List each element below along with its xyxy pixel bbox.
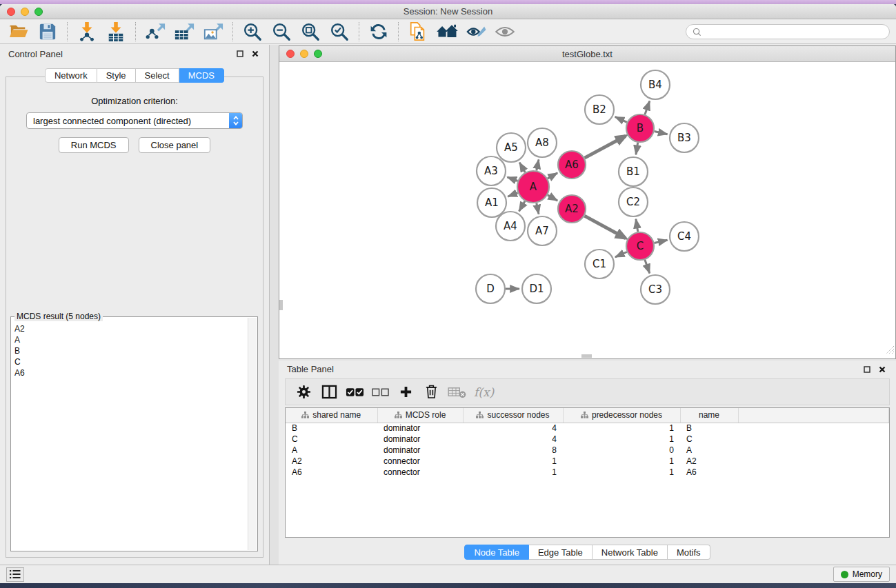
column-header-shared-name[interactable]: shared name bbox=[286, 408, 377, 423]
cell[interactable]: B bbox=[286, 423, 377, 434]
run-mcds-button[interactable]: Run MCDS bbox=[59, 137, 129, 153]
network-node-B4[interactable]: B4 bbox=[641, 70, 670, 99]
network-edge-B-B4[interactable] bbox=[645, 101, 650, 115]
cell[interactable]: 1 bbox=[463, 467, 563, 478]
network-node-A[interactable]: A bbox=[517, 171, 549, 203]
tab-network[interactable]: Network bbox=[45, 68, 97, 83]
network-edge-A-A5[interactable] bbox=[519, 163, 525, 172]
cell[interactable]: A bbox=[680, 445, 738, 456]
control-panel-float-button[interactable] bbox=[235, 48, 246, 59]
network-edge-B-B2[interactable] bbox=[615, 116, 627, 122]
network-edge-A-A6[interactable] bbox=[548, 173, 557, 179]
task-history-button[interactable] bbox=[6, 567, 24, 582]
network-edge-A-A4[interactable] bbox=[519, 201, 526, 212]
column-header-predecessor-nodes[interactable]: predecessor nodes bbox=[563, 408, 680, 423]
cell[interactable]: C bbox=[680, 434, 738, 445]
table-panel-float-button[interactable] bbox=[862, 364, 873, 375]
result-item[interactable]: A6 bbox=[12, 367, 247, 378]
network-node-A2[interactable]: A2 bbox=[558, 195, 586, 223]
table-row[interactable]: A6connector11A6 bbox=[286, 467, 889, 478]
tab-node-table[interactable]: Node Table bbox=[464, 545, 529, 560]
network-node-B3[interactable]: B3 bbox=[670, 123, 699, 152]
cell[interactable]: 1 bbox=[463, 456, 563, 467]
network-resize-grip[interactable] bbox=[886, 345, 895, 357]
control-panel-close-button[interactable] bbox=[250, 48, 261, 59]
cell[interactable]: A bbox=[286, 445, 377, 456]
network-node-B1[interactable]: B1 bbox=[619, 157, 648, 186]
cell[interactable]: A6 bbox=[680, 467, 738, 478]
zoom-window-button[interactable] bbox=[34, 8, 43, 16]
network-node-A8[interactable]: A8 bbox=[528, 128, 557, 157]
cell[interactable]: connector bbox=[377, 456, 463, 467]
gear-button[interactable] bbox=[291, 381, 317, 403]
columns-button[interactable] bbox=[317, 381, 342, 403]
search-input[interactable] bbox=[705, 27, 883, 37]
close-panel-button[interactable]: Close panel bbox=[139, 137, 211, 153]
network-edge-A-A7[interactable] bbox=[537, 203, 539, 214]
cell[interactable]: 1 bbox=[563, 434, 680, 445]
network-edge-C-C4[interactable] bbox=[655, 240, 668, 243]
table-row[interactable]: Adominator80A bbox=[286, 445, 889, 456]
tab-style[interactable]: Style bbox=[97, 68, 136, 83]
network-node-A4[interactable]: A4 bbox=[496, 212, 525, 241]
cell[interactable]: 4 bbox=[463, 423, 563, 434]
table-row[interactable]: Bdominator41B bbox=[286, 423, 889, 434]
memory-button[interactable]: Memory bbox=[833, 567, 890, 582]
result-item[interactable]: A2 bbox=[12, 323, 247, 334]
tab-select[interactable]: Select bbox=[136, 68, 179, 83]
save-button[interactable] bbox=[33, 21, 62, 43]
trash-button[interactable] bbox=[419, 381, 444, 403]
import-table-button[interactable] bbox=[101, 21, 130, 43]
table-row[interactable]: Cdominator41C bbox=[286, 434, 889, 445]
result-item[interactable]: C bbox=[12, 356, 247, 367]
table-row[interactable]: A2connector11A2 bbox=[286, 456, 889, 467]
zoom-out-button[interactable] bbox=[267, 21, 296, 43]
dropdown-stepper-icon[interactable] bbox=[229, 113, 242, 128]
cell[interactable]: dominator bbox=[377, 423, 463, 434]
column-header-name[interactable]: name bbox=[680, 408, 738, 423]
cell[interactable]: dominator bbox=[377, 434, 463, 445]
network-edge-C-C3[interactable] bbox=[645, 260, 650, 274]
network-edge-A-A2[interactable] bbox=[548, 195, 557, 201]
close-window-button[interactable] bbox=[7, 8, 15, 16]
network-node-C3[interactable]: C3 bbox=[641, 275, 670, 304]
mcds-result-list[interactable]: A2ABCA6 bbox=[12, 323, 247, 549]
add-row-button[interactable] bbox=[393, 381, 419, 403]
network-zoom-button[interactable] bbox=[314, 50, 322, 58]
cell[interactable]: 1 bbox=[563, 467, 680, 478]
network-edge-A-A1[interactable] bbox=[508, 193, 517, 197]
result-item[interactable]: B bbox=[12, 345, 247, 356]
network-canvas[interactable]: B4B2BB3A5A8A6A3B1AA1C2A2A4A7C4CC1DD1C3 bbox=[279, 62, 895, 358]
network-node-B[interactable]: B bbox=[626, 114, 654, 142]
network-node-C4[interactable]: C4 bbox=[670, 222, 699, 251]
cell[interactable]: 1 bbox=[563, 456, 680, 467]
network-node-D[interactable]: D bbox=[476, 274, 505, 303]
network-node-A1[interactable]: A1 bbox=[477, 188, 506, 217]
zoom-fit-button[interactable] bbox=[296, 21, 325, 43]
minimize-window-button[interactable] bbox=[21, 8, 29, 16]
cell[interactable]: A2 bbox=[286, 456, 377, 467]
network-node-C[interactable]: C bbox=[626, 232, 654, 260]
zoom-selected-button[interactable] bbox=[325, 21, 354, 43]
network-edge-A-A8[interactable] bbox=[537, 160, 539, 171]
cell[interactable]: B bbox=[680, 423, 738, 434]
deselect-all-button[interactable] bbox=[368, 381, 393, 403]
refresh-button[interactable] bbox=[364, 21, 393, 43]
network-edge-A-A3[interactable] bbox=[507, 177, 517, 181]
duplicate-network-button[interactable] bbox=[404, 21, 432, 43]
tab-mcds[interactable]: MCDS bbox=[179, 68, 224, 83]
cell[interactable]: A6 bbox=[286, 467, 377, 478]
table-panel-close-button[interactable] bbox=[877, 364, 888, 375]
network-edge-B-B3[interactable] bbox=[655, 132, 668, 134]
export-table-button[interactable] bbox=[170, 21, 199, 43]
preview-eye-button[interactable] bbox=[490, 21, 519, 43]
mcds-result-scrollbar[interactable] bbox=[248, 318, 257, 550]
network-node-C2[interactable]: C2 bbox=[619, 187, 648, 216]
column-header-successor-nodes[interactable]: successor nodes bbox=[463, 408, 563, 423]
open-folder-button[interactable] bbox=[4, 21, 33, 43]
export-network-button[interactable] bbox=[141, 21, 170, 43]
show-hide-graphics-button[interactable] bbox=[461, 21, 490, 43]
network-edge-C-C1[interactable] bbox=[615, 252, 627, 257]
zoom-in-button[interactable] bbox=[238, 21, 267, 43]
network-window-titlebar[interactable]: testGlobe.txt bbox=[279, 46, 895, 62]
